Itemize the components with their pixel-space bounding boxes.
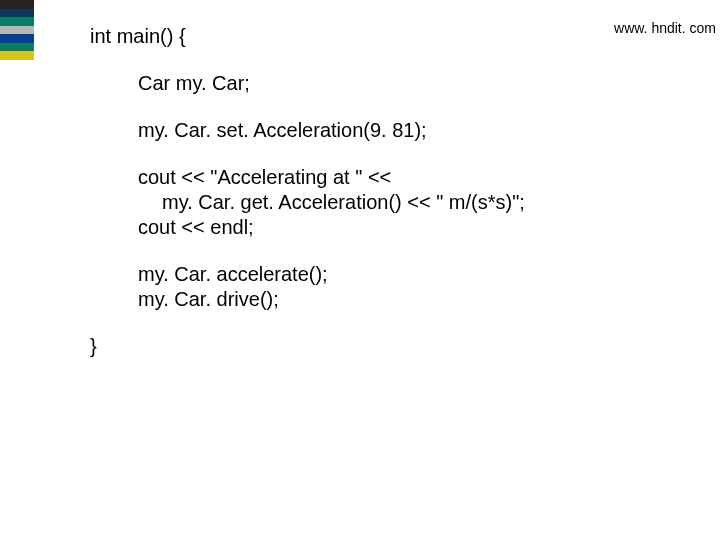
stripe: [0, 9, 34, 18]
code-line: Car my. Car;: [90, 71, 650, 96]
code-line: my. Car. drive();: [90, 287, 650, 312]
stripe: [0, 51, 34, 60]
code-line: int main() {: [90, 24, 650, 49]
code-line: }: [90, 334, 650, 359]
stripe: [0, 17, 34, 26]
code-line: my. Car. set. Acceleration(9. 81);: [90, 118, 650, 143]
stripe: [0, 26, 34, 35]
stripe: [0, 43, 34, 52]
code-line: cout << "Accelerating at " <<: [90, 165, 650, 190]
stripe: [0, 0, 34, 9]
code-block: int main() { Car my. Car; my. Car. set. …: [90, 24, 650, 359]
decorative-color-bar: [0, 0, 34, 60]
code-line: cout << endl;: [90, 215, 650, 240]
code-line: my. Car. get. Acceleration() << " m/(s*s…: [90, 190, 650, 215]
stripe: [0, 34, 34, 43]
code-line: my. Car. accelerate();: [90, 262, 650, 287]
